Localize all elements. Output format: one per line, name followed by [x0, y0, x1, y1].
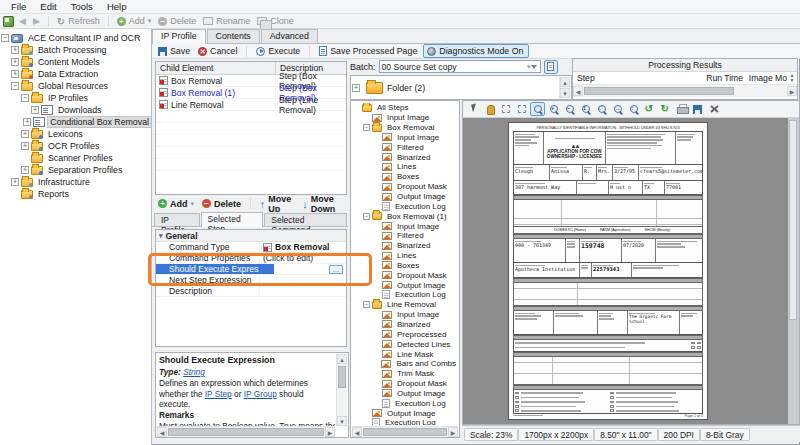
- tree-expander[interactable]: −: [1, 34, 9, 42]
- tree-item[interactable]: − Global Resources: [0, 80, 151, 92]
- diagnostics-mode-button[interactable]: Diagnostics Mode On: [423, 44, 529, 58]
- tree-expander[interactable]: −: [11, 82, 19, 90]
- tree-expander[interactable]: +: [21, 142, 29, 150]
- tree-item[interactable]: − IP Profiles: [0, 92, 151, 104]
- tree-expander[interactable]: +: [21, 166, 29, 174]
- show-page-toggle-button[interactable]: [544, 60, 558, 74]
- tree-item[interactable]: Reports: [0, 188, 151, 200]
- menu-item[interactable]: File: [4, 1, 33, 12]
- step-tree-item[interactable]: Trim Mask: [352, 369, 458, 379]
- tree-item[interactable]: + Content Models: [0, 56, 151, 68]
- filter-icon[interactable]: [531, 65, 537, 69]
- tree-expander[interactable]: +: [31, 106, 39, 114]
- step-tree-item[interactable]: Boxes: [352, 261, 458, 271]
- step-tree-item[interactable]: Bars and Combs: [352, 359, 458, 369]
- viewer-tool-button[interactable]: [466, 102, 481, 116]
- step-tree-item[interactable]: Input Image: [352, 310, 458, 320]
- scroll-left-icon[interactable]: ◀: [352, 427, 362, 437]
- viewer-canvas[interactable]: PERSONALLY IDENTIFIABLE INFORMATION - WI…: [463, 118, 799, 424]
- tree-expander[interactable]: −: [363, 301, 370, 308]
- step-tree-item[interactable]: Execution Log: [352, 201, 458, 211]
- scroll-left-icon[interactable]: ◀: [157, 427, 167, 437]
- move-up-button[interactable]: ↑Move Up: [258, 194, 296, 214]
- column-run-time[interactable]: Run Time: [695, 73, 743, 83]
- step-tree-item[interactable]: Lines: [352, 162, 458, 172]
- step-tree-item[interactable]: Output Image: [352, 192, 458, 202]
- delete-button[interactable]: −Delete: [156, 16, 198, 26]
- step-tree-item[interactable]: Input Image: [352, 133, 458, 143]
- step-tree-item[interactable]: All Steps: [352, 103, 458, 113]
- menu-item[interactable]: Help: [100, 1, 134, 12]
- scroll-down-icon[interactable]: ▼: [337, 416, 347, 426]
- table-row[interactable]: Line Removal Step (Line Removal): [156, 99, 346, 111]
- property-group-general[interactable]: ▾ General: [156, 230, 346, 242]
- tree-item[interactable]: + OCR Profiles: [0, 140, 151, 152]
- tree-item[interactable]: − ACE Consultant IP and OCR: [0, 32, 151, 44]
- app-home-icon[interactable]: [3, 16, 14, 27]
- property-row[interactable]: Command Type Box Removal: [156, 242, 346, 253]
- tree-expander[interactable]: +: [23, 118, 31, 126]
- save-button[interactable]: Save: [156, 46, 192, 56]
- document-page[interactable]: PERSONALLY IDENTIFIABLE INFORMATION - WI…: [509, 123, 707, 419]
- add-button[interactable]: +Add▾: [115, 16, 154, 26]
- scroll-right-icon[interactable]: ▶: [448, 427, 458, 437]
- viewer-tool-button[interactable]: 1: [578, 102, 593, 116]
- column-child-element[interactable]: Child Element: [156, 62, 276, 74]
- step-tree-item[interactable]: Dropout Mask: [352, 182, 458, 192]
- viewer-tool-button[interactable]: [482, 102, 497, 116]
- tree-expander[interactable]: +: [11, 58, 19, 66]
- help-vertical-scrollbar[interactable]: ▲ ▼: [336, 354, 347, 426]
- scroll-up-icon[interactable]: ▲: [337, 354, 347, 364]
- clone-button[interactable]: Clone: [255, 16, 296, 26]
- add-step-button[interactable]: +Add▾: [156, 199, 196, 209]
- tree-expander[interactable]: +: [11, 70, 19, 78]
- step-tree-item[interactable]: Binarized: [352, 320, 458, 330]
- tree-item[interactable]: + Infrastructure: [0, 176, 151, 188]
- tree-expander[interactable]: −: [363, 124, 370, 131]
- save-processed-page-button[interactable]: Save Processed Page: [317, 46, 419, 56]
- step-tree-item[interactable]: Output Image: [352, 408, 458, 418]
- tree-item[interactable]: Scanner Profiles: [0, 152, 151, 164]
- viewer-tool-button[interactable]: [674, 102, 689, 116]
- tree-expander[interactable]: +: [21, 130, 29, 138]
- main-tab[interactable]: Contents: [207, 29, 260, 43]
- step-tree-item[interactable]: Filtered: [352, 231, 458, 241]
- column-image-mode[interactable]: Image Mo: [743, 73, 787, 83]
- step-tree-item[interactable]: − Box Removal: [352, 123, 458, 133]
- cancel-button[interactable]: ✕Cancel: [196, 46, 239, 56]
- viewer-tool-button[interactable]: [514, 102, 529, 116]
- nav-back-icon[interactable]: ◀: [17, 16, 28, 26]
- step-tree-item[interactable]: Preprocessed: [352, 329, 458, 339]
- step-tree-item[interactable]: Detected Lines: [352, 339, 458, 349]
- tree-expander[interactable]: +: [11, 46, 19, 54]
- step-tree-item[interactable]: Binarized: [352, 241, 458, 251]
- viewer-tool-button[interactable]: [706, 102, 721, 116]
- results-horizontal-scrollbar[interactable]: ◀ ▶: [573, 85, 797, 97]
- step-tree-item[interactable]: Filtered: [352, 142, 458, 152]
- spinner-icon[interactable]: ▲▼: [787, 73, 797, 83]
- editor-tab[interactable]: Selected Step: [201, 212, 264, 227]
- tree-item[interactable]: + Batch Processing: [0, 44, 151, 56]
- property-row[interactable]: Command Properties (Click to edit): [156, 253, 346, 264]
- step-tree-item[interactable]: Boxes: [352, 172, 458, 182]
- editor-tab[interactable]: IP Profile: [154, 213, 200, 226]
- move-down-button[interactable]: ↓Move Down: [300, 194, 348, 214]
- scroll-down-icon[interactable]: ▼: [560, 88, 570, 98]
- refresh-button[interactable]: ↻Refresh: [55, 16, 102, 27]
- folder-vertical-scrollbar[interactable]: ▲ ▼: [559, 77, 570, 98]
- step-tree-item[interactable]: Execution Log: [352, 398, 458, 408]
- step-tree-item[interactable]: Line Mask: [352, 349, 458, 359]
- tree-item[interactable]: + Data Extraction: [0, 68, 151, 80]
- step-tree-item[interactable]: Dropout Mask: [352, 270, 458, 280]
- viewer-tool-button[interactable]: ↻: [658, 102, 673, 116]
- step-tree-item[interactable]: Output Image: [352, 280, 458, 290]
- step-tree-item[interactable]: Input Image: [352, 113, 458, 123]
- tree-expander[interactable]: +: [11, 178, 19, 186]
- nav-forward-icon[interactable]: ▶: [31, 16, 42, 26]
- step-tree-item[interactable]: − Box Removal (1): [352, 211, 458, 221]
- tree-item[interactable]: + Conditional Box Removal: [0, 116, 151, 128]
- viewer-tool-button[interactable]: [498, 102, 513, 116]
- main-tab[interactable]: Advanced: [261, 29, 318, 43]
- scroll-up-icon[interactable]: ▲: [560, 77, 570, 87]
- step-tree-item[interactable]: Output Image: [352, 388, 458, 398]
